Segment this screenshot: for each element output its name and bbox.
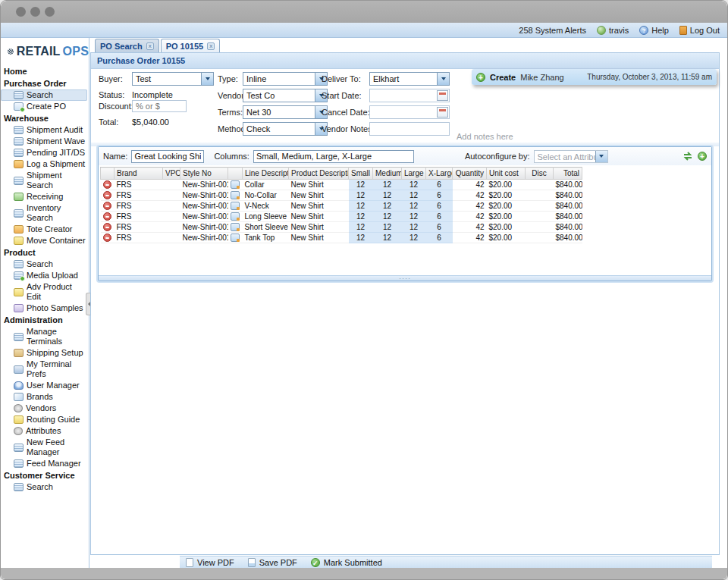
cell-quantity[interactable]: 42 bbox=[453, 222, 487, 233]
cell-style-no[interactable]: New-Shirt-001 bbox=[180, 180, 228, 190]
window-close-button[interactable] bbox=[16, 7, 26, 17]
window-minimize-button[interactable] bbox=[30, 7, 40, 17]
cell-disc[interactable] bbox=[526, 201, 554, 212]
cancel-date-field[interactable] bbox=[369, 105, 450, 119]
discount-input[interactable] bbox=[132, 100, 187, 112]
cell-line-description[interactable]: Short Sleeve bbox=[243, 222, 289, 233]
cell-small[interactable]: 12 bbox=[349, 180, 373, 190]
cell-xlarge[interactable]: 6 bbox=[426, 180, 453, 190]
cell-line-description[interactable]: Tank Top bbox=[243, 233, 289, 243]
sidebar-section-customer-service[interactable]: Customer Service bbox=[1, 469, 89, 481]
sidebar-item-receiving[interactable]: Receiving bbox=[1, 191, 89, 202]
delete-row-icon[interactable] bbox=[103, 234, 111, 242]
sidebar-item-new-feed-manager[interactable]: New Feed Manager bbox=[1, 437, 89, 458]
system-alerts-link[interactable]: 258 System Alerts bbox=[519, 26, 586, 35]
column-header-product-description[interactable]: Product Description bbox=[289, 168, 349, 180]
autoconfigure-select[interactable]: Select an Attribute bbox=[534, 150, 608, 163]
delete-row-icon[interactable] bbox=[103, 202, 111, 210]
tab-po-search[interactable]: PO Search x bbox=[95, 39, 159, 52]
cell-xlarge[interactable]: 6 bbox=[426, 212, 453, 222]
cell-large[interactable]: 12 bbox=[402, 233, 426, 243]
window-titlebar[interactable] bbox=[1, 1, 727, 23]
sidebar-item-photo-samples[interactable]: Photo Samples bbox=[1, 303, 89, 314]
grid-columns-input[interactable] bbox=[253, 150, 414, 163]
save-pdf-button[interactable]: Save PDF bbox=[248, 558, 297, 567]
view-pdf-button[interactable]: View PDF bbox=[186, 558, 234, 567]
column-header-small[interactable]: Small bbox=[349, 168, 373, 180]
cell-medium[interactable]: 12 bbox=[373, 212, 402, 222]
cell-small[interactable]: 12 bbox=[349, 222, 373, 233]
close-icon[interactable]: x bbox=[146, 42, 154, 50]
sidebar-item-user-manager[interactable]: User Manager bbox=[1, 380, 89, 391]
column-header-large[interactable]: Large bbox=[402, 168, 426, 180]
sidebar-item-brands[interactable]: Brands bbox=[1, 391, 89, 403]
type-select[interactable]: Inline bbox=[243, 72, 328, 86]
activity-entry[interactable]: + Create Mike Zhang Thursday, October 3,… bbox=[472, 69, 717, 85]
cell-brand[interactable]: FRS bbox=[115, 180, 163, 190]
column-header-style-no[interactable]: Style No bbox=[180, 168, 228, 180]
cell-brand[interactable]: FRS bbox=[115, 222, 163, 233]
cell-product-description[interactable]: New Shirt bbox=[289, 233, 349, 243]
cell-large[interactable]: 12 bbox=[402, 212, 426, 222]
column-header-quantity[interactable]: Quantity bbox=[453, 168, 487, 180]
cell-brand[interactable]: FRS bbox=[115, 201, 163, 212]
sidebar-item-manage-terminals[interactable]: Manage Terminals bbox=[1, 326, 89, 347]
sidebar-item-media-upload[interactable]: Media Upload bbox=[1, 270, 89, 281]
tab-po-10155[interactable]: PO 10155 x bbox=[161, 39, 221, 52]
sidebar-section-administration[interactable]: Administration bbox=[1, 314, 89, 326]
cell-xlarge[interactable]: 6 bbox=[426, 190, 453, 201]
cell-total[interactable]: $840.00 bbox=[554, 190, 582, 201]
cell-unit-cost[interactable]: $20.00 bbox=[487, 190, 526, 201]
sidebar-item-search[interactable]: Search bbox=[1, 89, 87, 101]
product-lookup-icon[interactable] bbox=[231, 223, 240, 231]
cell-unit-cost[interactable]: $20.00 bbox=[487, 222, 526, 233]
cell-disc[interactable] bbox=[526, 190, 554, 201]
column-header-x-large[interactable]: X-Large bbox=[426, 168, 453, 180]
calendar-icon[interactable] bbox=[437, 107, 448, 118]
sidebar-item-search[interactable]: Search bbox=[1, 481, 89, 493]
cell-xlarge[interactable]: 6 bbox=[426, 222, 453, 233]
grid-name-input[interactable] bbox=[131, 150, 204, 163]
refresh-icon[interactable] bbox=[682, 152, 693, 161]
cell-quantity[interactable]: 42 bbox=[453, 180, 487, 190]
sidebar-item-shipment-search[interactable]: Shipment Search bbox=[1, 170, 89, 191]
cell-total[interactable]: $840.00 bbox=[554, 212, 582, 222]
sidebar-item-pending-jit-ds[interactable]: Pending JIT/DS bbox=[1, 147, 89, 158]
notes-placeholder[interactable]: Add notes here bbox=[457, 132, 513, 141]
cell-unit-cost[interactable]: $20.00 bbox=[487, 233, 526, 243]
cell-total[interactable]: $840.00 bbox=[554, 201, 582, 212]
cell-total[interactable]: $840.00 bbox=[554, 180, 582, 190]
cell-product-description[interactable]: New Shirt bbox=[289, 180, 349, 190]
cell-small[interactable]: 12 bbox=[349, 190, 373, 201]
sidebar-item-routing-guide[interactable]: Routing Guide bbox=[1, 414, 89, 425]
cell-xlarge[interactable]: 6 bbox=[426, 233, 453, 243]
cell-large[interactable]: 12 bbox=[402, 201, 426, 212]
app-logo[interactable]: RETAILOPS bbox=[1, 38, 89, 61]
sidebar-item-create-po[interactable]: Create PO bbox=[1, 101, 89, 112]
cell-small[interactable]: 12 bbox=[349, 212, 373, 222]
column-header-vpc[interactable]: VPC bbox=[163, 168, 180, 180]
chevron-down-icon[interactable] bbox=[595, 151, 607, 162]
cell-vpc[interactable] bbox=[163, 180, 180, 190]
column-header-disc[interactable]: Disc bbox=[526, 168, 554, 180]
cell-brand[interactable]: FRS bbox=[115, 233, 163, 243]
cell-large[interactable]: 12 bbox=[402, 180, 426, 190]
mark-submitted-button[interactable]: ✓ Mark Submitted bbox=[311, 558, 382, 567]
cell-unit-cost[interactable]: $20.00 bbox=[487, 201, 526, 212]
sidebar-item-vendors[interactable]: Vendors bbox=[1, 403, 89, 414]
cell-product-description[interactable]: New Shirt bbox=[289, 190, 349, 201]
cell-medium[interactable]: 12 bbox=[373, 222, 402, 233]
cell-style-no[interactable]: New-Shirt-001 bbox=[180, 222, 228, 233]
product-lookup-icon[interactable] bbox=[231, 180, 240, 189]
cell-large[interactable]: 12 bbox=[402, 190, 426, 201]
sidebar-item-log-a-shipment[interactable]: Log a Shipment bbox=[1, 158, 89, 170]
cell-medium[interactable]: 12 bbox=[373, 201, 402, 212]
sidebar-section-purchase-order[interactable]: Purchase Order bbox=[1, 77, 89, 89]
column-header-total[interactable]: Total bbox=[554, 168, 582, 180]
sidebar-item-shipping-setup[interactable]: Shipping Setup bbox=[1, 347, 89, 359]
cell-medium[interactable]: 12 bbox=[373, 233, 402, 243]
cell-xlarge[interactable]: 6 bbox=[426, 201, 453, 212]
cell-line-description[interactable]: V-Neck bbox=[243, 201, 289, 212]
cell-quantity[interactable]: 42 bbox=[453, 190, 487, 201]
cell-unit-cost[interactable]: $20.00 bbox=[487, 180, 526, 190]
